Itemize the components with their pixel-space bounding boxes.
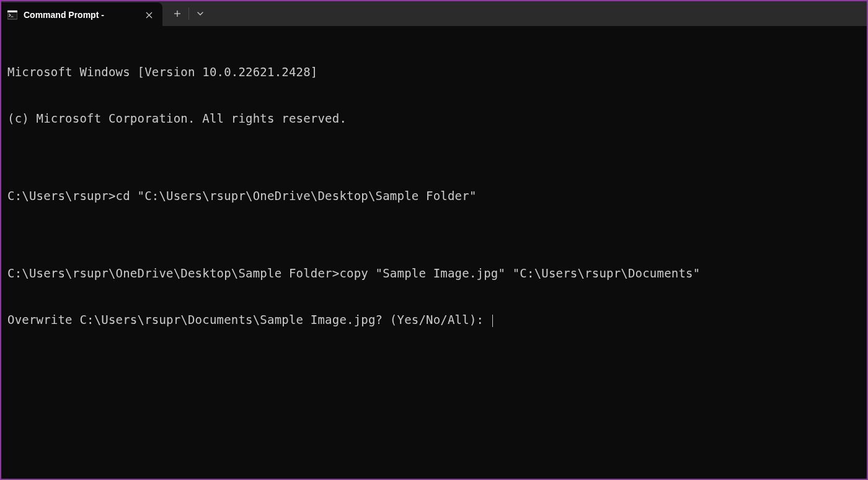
terminal-output[interactable]: Microsoft Windows [Version 10.0.22621.24… <box>1 26 867 479</box>
new-tab-button[interactable] <box>166 4 188 23</box>
terminal-line: C:\Users\rsupr\OneDrive\Desktop\Sample F… <box>7 266 861 281</box>
tab-title: Command Prompt - <box>24 10 135 20</box>
terminal-prompt-line: Overwrite C:\Users\rsupr\Documents\Sampl… <box>7 312 861 328</box>
titlebar: Command Prompt - <box>1 1 867 26</box>
cursor <box>492 315 494 327</box>
dropdown-button[interactable] <box>189 4 211 23</box>
close-icon[interactable] <box>141 7 156 22</box>
terminal-line: Microsoft Windows [Version 10.0.22621.24… <box>7 64 861 80</box>
terminal-prompt-text: Overwrite C:\Users\rsupr\Documents\Sampl… <box>7 313 491 326</box>
tab-command-prompt[interactable]: Command Prompt - <box>1 2 162 27</box>
titlebar-actions <box>162 1 215 26</box>
terminal-line: C:\Users\rsupr>cd "C:\Users\rsupr\OneDri… <box>7 188 861 204</box>
command-prompt-icon <box>7 10 17 20</box>
terminal-line: (c) Microsoft Corporation. All rights re… <box>7 111 861 126</box>
terminal-window: Command Prompt - <box>1 1 867 479</box>
svg-rect-1 <box>7 11 17 12</box>
